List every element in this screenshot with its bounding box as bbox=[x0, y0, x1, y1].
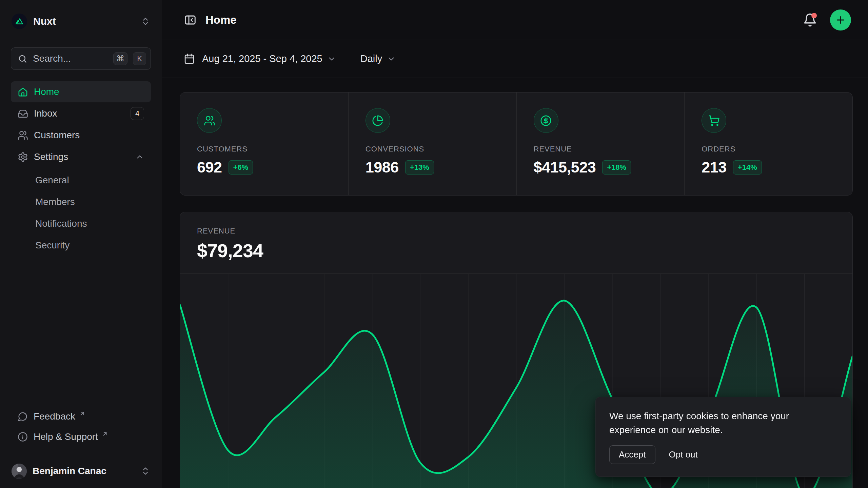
chevron-down-icon bbox=[327, 55, 336, 63]
stat-delta-badge: +18% bbox=[602, 160, 631, 175]
add-button[interactable] bbox=[830, 9, 851, 30]
opt-out-button[interactable]: Opt out bbox=[669, 446, 698, 464]
team-switcher[interactable]: Nuxt bbox=[11, 10, 151, 33]
search-input[interactable]: Search... ⌘ K bbox=[11, 47, 151, 70]
granularity-select[interactable]: Daily bbox=[360, 53, 396, 64]
plus-icon bbox=[835, 15, 846, 25]
sidebar-item-settings[interactable]: Settings bbox=[11, 146, 151, 167]
info-circle-icon bbox=[18, 432, 28, 442]
stat-conversions[interactable]: CONVERSIONS 1986 +13% bbox=[348, 93, 516, 195]
calendar-icon bbox=[184, 53, 195, 64]
kbd-k: K bbox=[133, 52, 146, 65]
kbd-meta: ⌘ bbox=[113, 52, 127, 65]
stat-value: 692 bbox=[197, 159, 222, 176]
team-name: Nuxt bbox=[33, 16, 135, 27]
sidebar-item-inbox[interactable]: Inbox 4 bbox=[11, 103, 151, 124]
shopping-cart-icon bbox=[702, 108, 726, 133]
footer-link-label: Help & Support bbox=[34, 431, 98, 442]
sidebar-item-home[interactable]: Home bbox=[11, 81, 151, 102]
home-icon bbox=[18, 87, 28, 97]
stat-label: CONVERSIONS bbox=[366, 145, 516, 154]
stat-value: 1986 bbox=[366, 159, 399, 176]
notifications-button[interactable] bbox=[803, 13, 817, 27]
users-icon bbox=[18, 130, 28, 141]
date-range-picker[interactable]: Aug 21, 2025 - Sep 4, 2025 bbox=[184, 53, 336, 64]
accept-button[interactable]: Accept bbox=[609, 445, 655, 464]
sidebar-item-label: Settings bbox=[34, 151, 130, 162]
search-placeholder: Search... bbox=[33, 53, 108, 64]
stat-delta-badge: +6% bbox=[229, 160, 253, 175]
help-support-link[interactable]: Help & Support bbox=[11, 427, 151, 447]
panel-collapse-icon bbox=[184, 14, 197, 26]
stat-orders[interactable]: ORDERS 213 +14% bbox=[684, 93, 852, 195]
users-icon bbox=[197, 108, 222, 133]
sidebar-footer: Feedback Help & Support bbox=[11, 406, 151, 447]
avatar bbox=[12, 464, 27, 479]
sidebar-item-label: Inbox bbox=[34, 108, 125, 119]
chevron-down-icon bbox=[387, 55, 396, 63]
date-range-label: Aug 21, 2025 - Sep 4, 2025 bbox=[202, 53, 322, 64]
message-circle-icon bbox=[18, 411, 28, 422]
inbox-count-badge: 4 bbox=[131, 107, 144, 120]
stat-value: 213 bbox=[702, 159, 727, 176]
chevron-up-icon bbox=[135, 152, 144, 161]
external-link-arrow-icon bbox=[102, 431, 108, 437]
stat-label: CUSTOMERS bbox=[197, 145, 348, 154]
user-menu[interactable]: Benjamin Canac bbox=[0, 454, 162, 488]
pie-chart-icon bbox=[366, 108, 390, 133]
gear-icon bbox=[18, 152, 28, 162]
stat-revenue[interactable]: REVENUE $415,523 +18% bbox=[516, 93, 685, 195]
topbar: Home bbox=[162, 0, 868, 40]
sidebar-item-customers[interactable]: Customers bbox=[11, 125, 151, 146]
stat-label: REVENUE bbox=[534, 145, 685, 154]
footer-link-label: Feedback bbox=[34, 411, 75, 422]
stats-row: CUSTOMERS 692 +6% CONVERSIONS 1986 +13% bbox=[180, 92, 853, 196]
nuxt-logo-icon bbox=[12, 14, 27, 29]
stat-delta-badge: +14% bbox=[733, 160, 762, 175]
external-link-arrow-icon bbox=[79, 410, 85, 417]
revenue-panel-value: $79,234 bbox=[197, 240, 852, 262]
sidebar-item-security[interactable]: Security bbox=[35, 235, 151, 256]
sidebar-collapse-button[interactable] bbox=[184, 14, 197, 26]
inbox-icon bbox=[18, 108, 28, 119]
stat-delta-badge: +13% bbox=[405, 160, 434, 175]
subnav-label: Notifications bbox=[35, 218, 87, 229]
cookie-message: We use first-party cookies to enhance yo… bbox=[609, 409, 818, 437]
feedback-link[interactable]: Feedback bbox=[11, 406, 151, 427]
revenue-panel-label: REVENUE bbox=[197, 227, 852, 236]
settings-subnav: General Members Notifications Security bbox=[24, 169, 151, 256]
search-icon bbox=[18, 54, 27, 64]
subnav-label: General bbox=[35, 175, 69, 186]
sidebar-item-members[interactable]: Members bbox=[35, 191, 151, 213]
cookie-banner: We use first-party cookies to enhance yo… bbox=[595, 397, 851, 477]
chevrons-up-down-icon bbox=[141, 17, 150, 26]
page-title: Home bbox=[205, 14, 237, 26]
subnav-label: Security bbox=[35, 240, 70, 251]
sidebar-item-label: Customers bbox=[34, 130, 144, 141]
granularity-label: Daily bbox=[360, 53, 382, 64]
dollar-circle-icon bbox=[534, 108, 558, 133]
filters-toolbar: Aug 21, 2025 - Sep 4, 2025 Daily bbox=[162, 40, 868, 78]
chevrons-up-down-icon bbox=[141, 466, 150, 476]
notification-dot bbox=[811, 13, 817, 18]
sidebar-item-general[interactable]: General bbox=[35, 169, 151, 191]
sidebar-item-label: Home bbox=[34, 86, 144, 97]
stat-customers[interactable]: CUSTOMERS 692 +6% bbox=[180, 93, 348, 195]
user-name: Benjamin Canac bbox=[33, 466, 135, 476]
sidebar: Nuxt Search... ⌘ K Home Inbox 4 bbox=[0, 0, 162, 488]
stat-value: $415,523 bbox=[534, 159, 596, 176]
subnav-label: Members bbox=[35, 197, 75, 207]
stat-label: ORDERS bbox=[702, 145, 852, 154]
sidebar-nav: Home Inbox 4 Customers Settings G bbox=[11, 81, 151, 256]
sidebar-item-notifications[interactable]: Notifications bbox=[35, 213, 151, 235]
